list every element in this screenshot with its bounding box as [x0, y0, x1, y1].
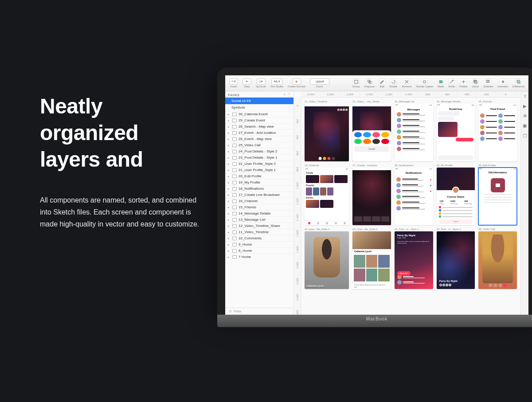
export-icon[interactable]: ▢	[523, 133, 527, 137]
rotate-icon[interactable]	[390, 78, 396, 85]
data-button[interactable]: ▾	[243, 78, 251, 85]
zoom-control[interactable]: ◦ 30% ▾	[310, 78, 329, 85]
layer-row[interactable]: ▸25_Video Call	[225, 142, 293, 148]
layer-row[interactable]: ▸14_Message Details	[225, 210, 293, 216]
rotate-copies-icon[interactable]	[422, 78, 428, 85]
artboard-edit-profile[interactable]: 20_Edit Profile 9:41●●●Edit Informations	[478, 164, 517, 225]
svg-rect-11	[518, 81, 520, 83]
settings-icon[interactable]: ✲	[523, 113, 527, 118]
filter-icon: ⊙	[229, 309, 232, 313]
artboard-video-timeline-share[interactable]: 12_Video_...ine_Share 9:41●●●Cancel	[352, 100, 391, 161]
ungroup-icon[interactable]	[366, 78, 372, 85]
artboard-post-details-1[interactable]: 23_Post...ls - Style 1 Party By NightTon…	[395, 228, 433, 289]
right-tool-strip: ⇪ ▶ ✲ ▣ ▢	[520, 91, 528, 315]
layer-row[interactable]: ▸17_Create Live Broadcast	[225, 191, 293, 198]
artboard-notifications[interactable]: 18_Notifications 9:41●●●Notifications	[395, 164, 433, 225]
svg-rect-9	[502, 81, 504, 82]
svg-rect-0	[355, 80, 358, 83]
ruler-horizontal: -2,000-1,800-1,600-1,400-1,200-1,000-800…	[301, 91, 520, 98]
layer-row[interactable]: ▸26_Event - Map view	[225, 136, 293, 142]
layer-row[interactable]: ▸23_Post Details - Style 1	[225, 154, 293, 160]
promo-body: All components are named, sorted, and co…	[40, 194, 200, 230]
svg-point-5	[440, 80, 442, 82]
layer-row[interactable]: ▸8_Home	[225, 247, 293, 254]
pages-header: PAGES+ ⌃	[225, 91, 293, 98]
canvas[interactable]: 11_Video_Timeline 9:41●●● 12_Video_...in…	[301, 98, 520, 315]
filter-input[interactable]: ⊙Filter	[225, 308, 293, 315]
layer-row[interactable]: ▸15_Friends	[225, 204, 293, 210]
layer-row[interactable]: ▸21_User Profile_Style 1	[225, 167, 293, 173]
layer-row[interactable]: ▸19_My Profile	[225, 179, 293, 185]
app-toolbar: + ▾Insert ▾Data ◇▾Symbols Aa ▾Text Style…	[225, 75, 528, 91]
svg-rect-8	[487, 80, 489, 82]
layers-panel: PAGES+ ⌃ Social UI Kit Symbols ▸30_Calen…	[225, 91, 294, 315]
canvas-area: -2,000-1,800-1,600-1,400-1,200-1,000-800…	[294, 91, 520, 315]
text-styles-button[interactable]: Aa ▾	[271, 78, 282, 85]
intersect-icon[interactable]	[500, 78, 506, 85]
artboard-video-timeline[interactable]: 11_Video_Timeline 9:41●●●	[305, 100, 349, 161]
difference-icon[interactable]	[515, 78, 521, 85]
svg-rect-7	[475, 81, 477, 83]
artboard-message-list[interactable]: 13_Message List 9:41●●●Messages	[395, 100, 433, 161]
ruler-vertical: 02004006008001,0001,2001,4001,6001,8002,…	[294, 98, 301, 315]
layer-row[interactable]: ▸12_Video_Timeline_Share	[225, 222, 293, 229]
layer-row[interactable]: ▸20_Edit Profile	[225, 173, 293, 179]
play-icon[interactable]: ▶	[523, 104, 527, 108]
layer-row[interactable]: ▸24_Post Details - Style 2	[225, 148, 293, 154]
artboard-user-profile-2[interactable]: 22_User...file_Style 2 Catherine LynchLo…	[352, 228, 391, 289]
scale-icon[interactable]	[449, 78, 455, 85]
artboard-message-details[interactable]: 14_Message Details 9:41●●●Ronald Gray	[437, 100, 475, 161]
artboard-my-profile[interactable]: 19_My Profile Connor Davis128Posts3400Fo…	[437, 164, 475, 225]
layer-row[interactable]: ▸16_Channel	[225, 198, 293, 204]
artboard-friends[interactable]: 15_Friends 9:41●●●Find Friend	[478, 100, 517, 161]
page-symbols[interactable]: Symbols	[225, 104, 293, 111]
artboard-channel[interactable]: 16_Channel 9:41●●● Trends Popular Events	[305, 164, 349, 225]
create-symbol-button[interactable]: ◈	[292, 78, 301, 85]
layer-row[interactable]: ▸13_Message List	[225, 216, 293, 222]
layer-row[interactable]: ▸27_Event - Add location	[225, 129, 293, 136]
artboard-user-profile-1[interactable]: 21_User...file_Style 1 Catherine Lynch	[305, 228, 349, 289]
artboard-video-call[interactable]: 25_Video Call	[478, 228, 517, 289]
promo-copy: Neatly organized layers and All componen…	[40, 93, 200, 230]
union-icon[interactable]	[473, 78, 479, 85]
page-social-ui-kit[interactable]: Social UI Kit	[225, 98, 293, 104]
layer-row[interactable]: ▸29_Create Event	[225, 117, 293, 123]
insert-button[interactable]: + ▾	[229, 78, 238, 85]
add-page-icon[interactable]: + ⌃	[284, 93, 291, 97]
mask-icon[interactable]	[438, 78, 444, 85]
preview-icon[interactable]: ▣	[523, 123, 527, 128]
artboard-create-broadcast[interactable]: 17_Create...roadcast 9:41●●●	[352, 164, 391, 225]
sketch-app-window: + ▾Insert ▾Data ◇▾Symbols Aa ▾Text Style…	[225, 75, 528, 315]
layer-row[interactable]: ▸11_Video_Timeline	[225, 229, 293, 235]
svg-rect-10	[517, 80, 519, 82]
layer-row[interactable]: ▸22_User Profile_Style 2	[225, 160, 293, 167]
laptop-hinge: MacBook	[217, 315, 532, 327]
laptop-mockup: + ▾Insert ▾Data ◇▾Symbols Aa ▾Text Style…	[217, 67, 532, 327]
scissors-icon[interactable]	[404, 78, 410, 85]
layers-list: ▸30_Calenda Event▸29_Create Event▸28_Sea…	[225, 111, 293, 308]
promo-heading: Neatly organized layers and	[40, 93, 200, 173]
layer-row[interactable]: ▸28_Search - Map view	[225, 123, 293, 129]
svg-point-3	[423, 80, 426, 82]
subtract-icon[interactable]	[485, 78, 492, 85]
edit-icon[interactable]	[379, 78, 385, 85]
group-icon[interactable]	[353, 78, 359, 85]
share-icon[interactable]: ⇪	[523, 94, 527, 98]
layer-row[interactable]: ▸7 Home	[225, 254, 293, 260]
layer-row[interactable]: ▸10_Comments	[225, 235, 293, 241]
layer-row[interactable]: ▸18_Notifications	[225, 185, 293, 191]
layer-row[interactable]: ▸30_Calenda Event	[225, 111, 293, 117]
artboard-post-details-2[interactable]: 24_Post...ls - Style 2 Party By Night	[437, 228, 475, 289]
flatten-icon[interactable]	[461, 78, 467, 85]
symbols-button[interactable]: ◇▾	[257, 78, 266, 85]
layer-row[interactable]: ▸9_Home	[225, 241, 293, 247]
